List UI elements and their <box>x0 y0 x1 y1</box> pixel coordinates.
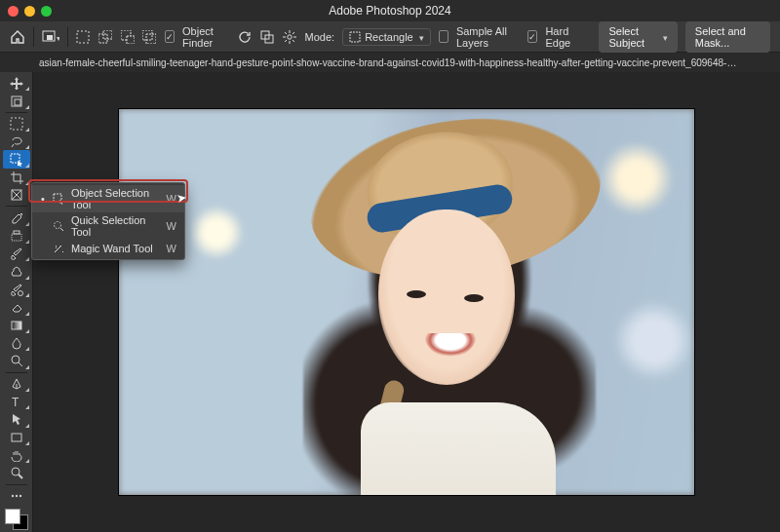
mode-label: Mode: <box>305 31 335 43</box>
tool-rectangle[interactable] <box>3 429 30 446</box>
svg-line-38 <box>19 475 22 478</box>
object-finder-label: Object Finder <box>182 25 230 49</box>
flyout-label: Magic Wand Tool <box>71 243 161 254</box>
object-selection-icon <box>52 192 65 206</box>
refresh-button[interactable] <box>238 27 253 47</box>
tool-pen[interactable] <box>3 375 30 393</box>
object-finder-checkbox[interactable] <box>165 30 175 43</box>
hard-edge-checkbox[interactable] <box>527 30 537 43</box>
new-selection-button[interactable] <box>76 27 91 47</box>
show-overlays-button[interactable] <box>260 27 275 47</box>
tool-eraser[interactable] <box>3 298 30 316</box>
svg-rect-24 <box>11 118 22 130</box>
intersect-selection-button[interactable] <box>142 27 157 47</box>
tool-clone-stamp[interactable] <box>3 262 30 280</box>
tool-object-selection[interactable] <box>3 150 30 168</box>
svg-line-18 <box>292 40 294 42</box>
svg-rect-30 <box>12 234 21 241</box>
work-area: T • Object Selection T <box>0 72 780 532</box>
flyout-item-quick-selection[interactable]: Quick Selection Tool W <box>32 212 184 240</box>
marquee-icon <box>349 31 361 43</box>
svg-rect-3 <box>77 31 89 43</box>
options-gear-button[interactable] <box>283 27 297 47</box>
svg-text:▾: ▾ <box>57 34 59 43</box>
maximize-window-button[interactable] <box>41 6 52 17</box>
flyout-label: Object Selection Tool <box>71 187 161 210</box>
home-button[interactable] <box>10 27 25 47</box>
flyout-item-magic-wand[interactable]: Magic Wand Tool W <box>32 240 184 257</box>
titlebar: Adobe Photoshop 2024 <box>0 0 780 21</box>
subtract-from-selection-button[interactable] <box>120 27 135 47</box>
chevron-down-icon <box>417 31 424 43</box>
foreground-color-swatch[interactable] <box>5 509 20 524</box>
canvas-area[interactable] <box>33 72 780 532</box>
tool-eyedropper[interactable] <box>3 209 30 226</box>
color-swatches[interactable] <box>5 509 28 530</box>
tool-spot-heal[interactable] <box>3 227 30 245</box>
tool-edit-toolbar[interactable] <box>3 487 30 505</box>
tool-artboard[interactable] <box>3 92 30 109</box>
flyout-shortcut: W <box>167 220 176 232</box>
flyout-item-object-selection[interactable]: • Object Selection Tool W <box>32 185 184 212</box>
tool-hand[interactable] <box>3 446 30 464</box>
app-title: Adobe Photoshop 2024 <box>0 4 780 18</box>
tool-zoom[interactable] <box>3 464 30 481</box>
tool-preset-button[interactable]: ▾ <box>42 27 59 47</box>
svg-line-17 <box>285 32 287 34</box>
sample-all-layers-label: Sample All Layers <box>456 25 520 49</box>
tool-marquee[interactable] <box>3 115 30 133</box>
document-filename: asian-female-cheerful-smiling-teenager-h… <box>39 57 741 68</box>
chevron-down-icon <box>661 31 668 43</box>
tool-history-brush[interactable] <box>3 281 30 298</box>
document-tabbar: asian-female-cheerful-smiling-teenager-h… <box>0 53 780 72</box>
svg-point-39 <box>11 495 13 497</box>
svg-line-20 <box>285 40 287 42</box>
tool-blur[interactable] <box>3 334 30 352</box>
svg-point-40 <box>15 495 17 497</box>
svg-rect-23 <box>15 99 20 105</box>
magic-wand-icon <box>52 242 65 255</box>
svg-point-43 <box>55 222 61 229</box>
tool-brush[interactable] <box>3 245 30 262</box>
tool-path-selection[interactable] <box>3 410 30 428</box>
mode-value: Rectangle <box>365 31 413 43</box>
svg-rect-21 <box>350 32 360 42</box>
tool-gradient[interactable] <box>3 317 30 334</box>
svg-rect-1 <box>47 35 53 40</box>
select-subject-label: Select Subject <box>608 25 656 49</box>
svg-rect-7 <box>127 36 135 44</box>
hard-edge-label: Hard Edge <box>545 25 583 49</box>
svg-rect-9 <box>146 34 156 44</box>
document-tab[interactable]: asian-female-cheerful-smiling-teenager-h… <box>39 57 741 68</box>
tool-dodge[interactable] <box>3 352 30 369</box>
flyout-label: Quick Selection Tool <box>71 214 161 238</box>
select-subject-button[interactable]: Select Subject <box>599 21 677 53</box>
svg-rect-8 <box>142 30 152 40</box>
sample-all-layers-checkbox[interactable] <box>439 30 448 43</box>
flyout-shortcut: W <box>167 193 176 205</box>
close-window-button[interactable] <box>8 6 19 17</box>
document-canvas[interactable] <box>119 109 694 495</box>
tool-type[interactable]: T <box>3 393 30 410</box>
svg-line-19 <box>292 32 294 34</box>
window-controls <box>8 6 52 17</box>
svg-line-34 <box>19 362 22 366</box>
tool-move[interactable] <box>3 74 30 92</box>
minimize-window-button[interactable] <box>24 6 35 17</box>
quick-selection-icon <box>52 219 65 233</box>
select-and-mask-label: Select and Mask... <box>695 25 760 49</box>
tool-lasso[interactable] <box>3 133 30 150</box>
add-to-selection-button[interactable] <box>98 27 112 47</box>
tool-frame[interactable] <box>3 186 30 204</box>
svg-point-33 <box>12 356 20 363</box>
flyout-selected-dot: • <box>40 193 46 205</box>
svg-point-41 <box>19 495 20 497</box>
svg-point-37 <box>12 468 20 475</box>
tool-flyout-menu: • Object Selection Tool W Quick Selectio… <box>31 182 185 260</box>
mode-select[interactable]: Rectangle <box>342 28 431 46</box>
svg-point-12 <box>288 34 292 38</box>
options-bar: ▾ Object Finder Mode: Rectangle Sample A… <box>0 21 780 53</box>
select-and-mask-button[interactable]: Select and Mask... <box>685 21 770 53</box>
tool-crop[interactable] <box>3 169 30 186</box>
svg-point-31 <box>18 290 22 295</box>
